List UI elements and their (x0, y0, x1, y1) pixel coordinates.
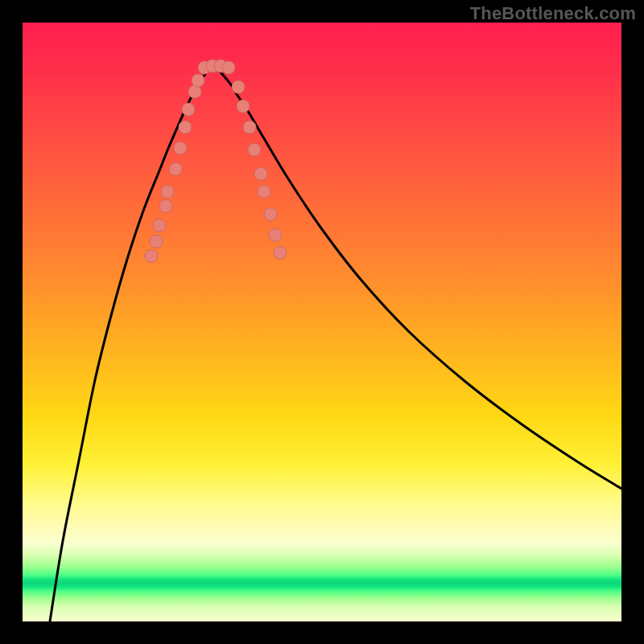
data-point (153, 219, 166, 232)
data-point (222, 61, 235, 74)
data-point (248, 143, 261, 156)
data-point (169, 163, 182, 175)
data-point (192, 74, 204, 87)
data-point (264, 208, 277, 221)
data-point (237, 100, 250, 113)
data-point (243, 121, 256, 134)
plot-area (23, 23, 621, 621)
data-point-markers (145, 60, 287, 262)
data-point (159, 200, 172, 213)
data-point (188, 85, 201, 98)
data-point (161, 185, 174, 198)
data-point (258, 185, 270, 198)
data-point (150, 235, 163, 248)
curve-right-path (213, 66, 621, 489)
data-point (179, 121, 192, 134)
data-point (145, 250, 158, 262)
data-point (182, 103, 195, 116)
data-point (232, 80, 245, 93)
data-point (254, 167, 267, 180)
data-point (174, 142, 187, 155)
curve-svg (23, 23, 621, 621)
chart-stage: TheBottleneck.com (0, 0, 644, 644)
watermark-text: TheBottleneck.com (470, 3, 636, 24)
curve-left-path (50, 66, 213, 621)
data-point (274, 246, 287, 259)
data-point (269, 229, 282, 242)
